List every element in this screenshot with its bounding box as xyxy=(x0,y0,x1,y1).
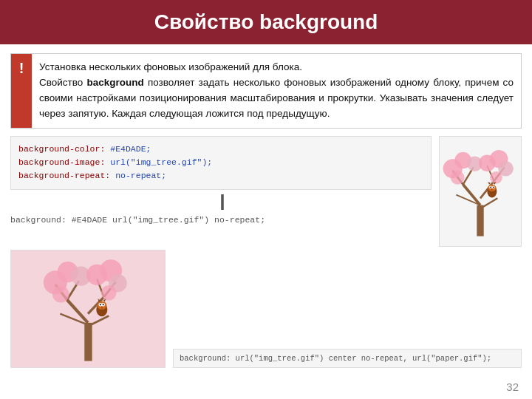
svg-point-16 xyxy=(490,171,502,184)
shorthand-text: background: #E4DADE url("img_tree.gif") … xyxy=(10,215,265,225)
svg-point-47 xyxy=(100,304,101,305)
code-prop2: background-image: xyxy=(18,157,105,167)
code-box-bottom: background: url("img_tree.gif") center n… xyxy=(173,349,522,368)
info-line1: Установка нескольких фоновых изображений… xyxy=(39,61,302,72)
code-box-shorthand: background: #E4DADE url("img_tree.gif") … xyxy=(10,212,432,228)
svg-line-27 xyxy=(67,299,88,322)
code-section-left: background-color: #E4DADE; background-im… xyxy=(10,136,432,247)
bottom-code-text: background: url("img_tree.gif") center n… xyxy=(180,354,491,363)
tree-image-bottom xyxy=(40,250,136,368)
svg-point-41 xyxy=(52,286,69,303)
info-text: Установка нескольких фоновых изображений… xyxy=(32,54,521,128)
info-bold: background xyxy=(86,77,143,88)
tree-panel-bottom-left xyxy=(10,250,166,368)
svg-point-42 xyxy=(101,285,117,301)
code-val2: url("img_tree.gif"); xyxy=(105,157,212,167)
svg-point-21 xyxy=(490,186,491,188)
svg-line-29 xyxy=(88,316,109,326)
header-title: Свойство background xyxy=(154,10,378,33)
svg-line-3 xyxy=(480,198,497,208)
slide-header: Свойство background xyxy=(0,0,532,44)
svg-point-48 xyxy=(103,304,104,305)
code-prop1: background-color: xyxy=(18,144,105,154)
svg-point-18 xyxy=(488,184,496,191)
svg-point-15 xyxy=(451,171,465,185)
svg-point-22 xyxy=(493,186,494,188)
main-content: background-color: #E4DADE; background-im… xyxy=(10,136,522,247)
code-prop3: background-repeat: xyxy=(18,171,110,180)
svg-marker-24 xyxy=(488,182,491,185)
info-part2: Свойство xyxy=(39,77,86,88)
info-box: ! Установка нескольких фоновых изображен… xyxy=(10,53,522,129)
tree-image-top xyxy=(440,140,521,243)
code-box-verbose: background-color: #E4DADE; background-im… xyxy=(10,136,432,190)
arrow-down: || xyxy=(10,190,432,212)
svg-rect-26 xyxy=(84,323,92,361)
code-val1: #E4DADE; xyxy=(105,144,151,154)
tree-panel-top xyxy=(439,136,522,247)
svg-rect-0 xyxy=(477,205,483,236)
code-val3: no-repeat; xyxy=(110,171,166,180)
exclamation-mark: ! xyxy=(11,54,32,128)
bottom-right-section: background: url("img_tree.gif") center n… xyxy=(173,250,522,368)
bottom-row: background: url("img_tree.gif") center n… xyxy=(10,250,522,368)
page-number: 32 xyxy=(506,381,519,393)
